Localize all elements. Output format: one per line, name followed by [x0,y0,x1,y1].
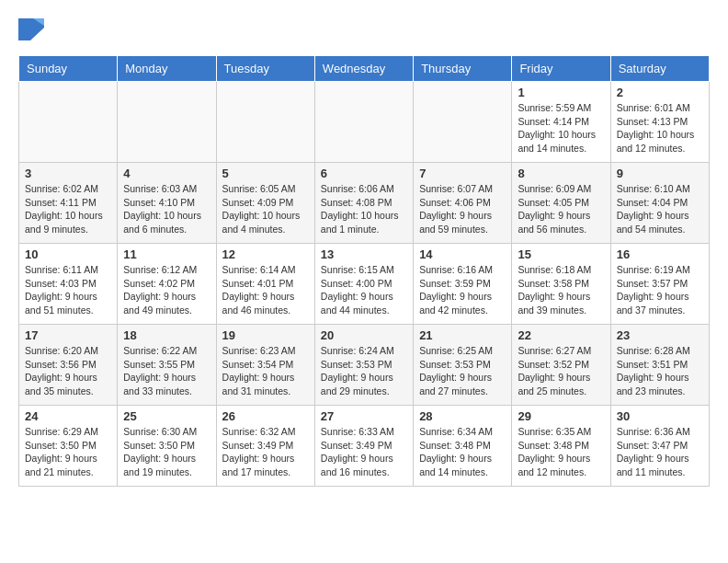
day-info: Daylight: 9 hours and 11 minutes. [617,452,703,478]
day-info: Sunset: 4:00 PM [321,277,407,291]
day-number: 2 [617,86,703,99]
day-info: Daylight: 9 hours and 59 minutes. [419,209,506,236]
calendar-cell: 21Sunrise: 6:25 AMSunset: 3:53 PMDayligh… [414,325,512,406]
day-info: Sunset: 4:02 PM [123,277,210,291]
day-number: 1 [518,86,604,99]
day-info: Sunset: 4:04 PM [617,196,703,210]
day-info: Daylight: 9 hours and 54 minutes. [617,209,703,236]
day-info: Sunset: 3:55 PM [123,358,210,372]
day-info: Daylight: 9 hours and 23 minutes. [617,371,703,397]
day-info: Daylight: 9 hours and 17 minutes. [222,452,309,478]
day-info: Sunset: 3:49 PM [222,439,309,453]
day-info: Sunset: 4:14 PM [518,115,604,129]
day-number: 30 [617,409,703,423]
day-number: 25 [123,409,210,423]
day-number: 8 [518,167,604,180]
calendar-cell: 17Sunrise: 6:20 AMSunset: 3:56 PMDayligh… [19,325,118,406]
day-info: Daylight: 10 hours and 12 minutes. [617,128,703,155]
day-info: Daylight: 9 hours and 44 minutes. [321,290,407,316]
day-number: 5 [222,167,309,180]
day-info: Sunrise: 6:15 AM [321,263,407,277]
weekday-header: Tuesday [216,56,314,82]
day-number: 4 [123,167,210,180]
weekday-header: Sunday [19,56,118,82]
day-number: 29 [518,409,604,423]
day-info: Sunset: 3:52 PM [518,358,604,372]
calendar-week-row: 1Sunrise: 5:59 AMSunset: 4:14 PMDaylight… [19,82,710,163]
calendar-cell: 1Sunrise: 5:59 AMSunset: 4:14 PMDaylight… [512,82,610,163]
day-number: 9 [617,167,703,180]
day-info: Daylight: 9 hours and 21 minutes. [25,452,111,478]
day-info: Sunset: 3:57 PM [617,277,703,291]
day-info: Sunset: 4:09 PM [222,196,309,210]
day-info: Sunrise: 6:06 AM [321,182,407,196]
svg-rect-0 [18,18,30,40]
calendar-week-row: 24Sunrise: 6:29 AMSunset: 3:50 PMDayligh… [19,406,710,487]
calendar-table: SundayMondayTuesdayWednesdayThursdayFrid… [18,55,710,487]
day-info: Sunset: 3:53 PM [321,358,407,372]
weekday-header: Saturday [610,56,709,82]
weekday-header: Monday [118,56,216,82]
day-info: Sunset: 4:03 PM [25,277,111,291]
day-info: Sunrise: 6:35 AM [518,425,604,439]
day-info: Sunset: 3:54 PM [222,358,309,372]
calendar-week-row: 10Sunrise: 6:11 AMSunset: 4:03 PMDayligh… [19,244,710,325]
day-info: Sunrise: 6:32 AM [222,425,309,439]
day-info: Sunrise: 6:12 AM [123,263,210,277]
day-info: Sunset: 4:13 PM [617,115,703,129]
calendar-cell: 7Sunrise: 6:07 AMSunset: 4:06 PMDaylight… [414,163,512,244]
day-info: Daylight: 9 hours and 42 minutes. [419,290,506,316]
calendar-cell: 29Sunrise: 6:35 AMSunset: 3:48 PMDayligh… [512,406,610,487]
calendar-cell: 12Sunrise: 6:14 AMSunset: 4:01 PMDayligh… [216,244,314,325]
day-info: Daylight: 9 hours and 27 minutes. [419,371,506,397]
day-info: Sunrise: 5:59 AM [518,101,604,115]
day-info: Sunrise: 6:03 AM [123,182,210,196]
day-number: 16 [617,247,703,261]
day-number: 20 [321,328,407,342]
day-info: Sunset: 3:49 PM [321,439,407,453]
day-info: Sunrise: 6:01 AM [617,101,703,115]
calendar-cell: 24Sunrise: 6:29 AMSunset: 3:50 PMDayligh… [19,406,118,487]
day-number: 19 [222,328,309,342]
day-info: Sunrise: 6:28 AM [617,344,703,358]
day-info: Daylight: 10 hours and 1 minute. [321,209,407,236]
day-number: 13 [321,247,407,261]
day-info: Sunset: 3:58 PM [518,277,604,291]
calendar-cell: 13Sunrise: 6:15 AMSunset: 4:00 PMDayligh… [314,244,413,325]
day-info: Sunrise: 6:33 AM [321,425,407,439]
day-info: Sunrise: 6:07 AM [419,182,506,196]
calendar-cell: 20Sunrise: 6:24 AMSunset: 3:53 PMDayligh… [314,325,413,406]
calendar-cell: 15Sunrise: 6:18 AMSunset: 3:58 PMDayligh… [512,244,610,325]
day-info: Sunrise: 6:36 AM [617,425,703,439]
day-info: Sunset: 4:05 PM [518,196,604,210]
day-info: Sunrise: 6:19 AM [617,263,703,277]
day-number: 23 [617,328,703,342]
calendar-cell: 30Sunrise: 6:36 AMSunset: 3:47 PMDayligh… [610,406,709,487]
day-info: Sunrise: 6:24 AM [321,344,407,358]
calendar-week-row: 17Sunrise: 6:20 AMSunset: 3:56 PMDayligh… [19,325,710,406]
calendar-cell: 28Sunrise: 6:34 AMSunset: 3:48 PMDayligh… [414,406,512,487]
day-number: 11 [123,247,210,261]
day-info: Sunrise: 6:25 AM [419,344,506,358]
day-info: Sunrise: 6:22 AM [123,344,210,358]
calendar-cell: 27Sunrise: 6:33 AMSunset: 3:49 PMDayligh… [314,406,413,487]
day-info: Sunset: 3:59 PM [419,277,506,291]
day-info: Sunset: 3:51 PM [617,358,703,372]
day-info: Sunrise: 6:09 AM [518,182,604,196]
day-info: Sunrise: 6:20 AM [25,344,111,358]
day-info: Sunrise: 6:23 AM [222,344,309,358]
day-info: Daylight: 10 hours and 9 minutes. [25,209,111,236]
day-info: Daylight: 9 hours and 14 minutes. [419,452,506,478]
calendar-week-row: 3Sunrise: 6:02 AMSunset: 4:11 PMDaylight… [19,163,710,244]
day-info: Sunset: 4:06 PM [419,196,506,210]
calendar-cell [118,82,216,163]
day-info: Daylight: 9 hours and 12 minutes. [518,452,604,478]
day-info: Sunset: 4:10 PM [123,196,210,210]
calendar-cell: 6Sunrise: 6:06 AMSunset: 4:08 PMDaylight… [314,163,413,244]
day-info: Sunset: 3:47 PM [617,439,703,453]
day-number: 27 [321,409,407,423]
calendar-cell [216,82,314,163]
day-info: Daylight: 10 hours and 6 minutes. [123,209,210,236]
calendar-cell: 3Sunrise: 6:02 AMSunset: 4:11 PMDaylight… [19,163,118,244]
day-number: 14 [419,247,506,261]
